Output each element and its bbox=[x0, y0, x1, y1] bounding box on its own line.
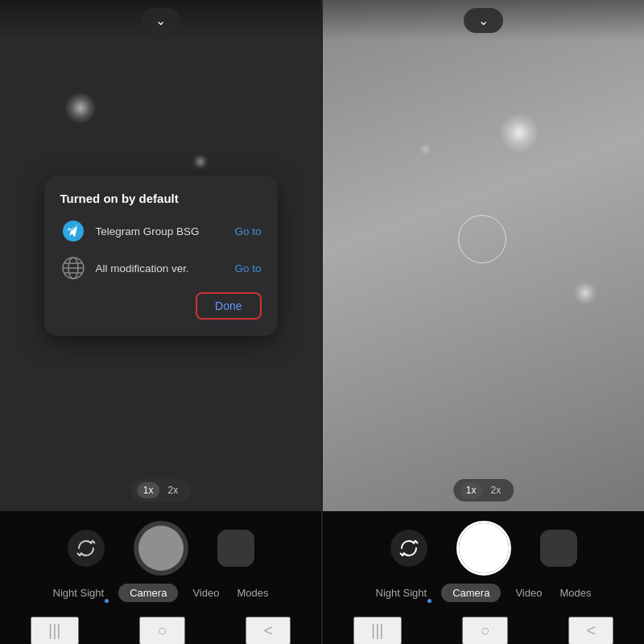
left-shutter-btn[interactable] bbox=[134, 521, 188, 576]
dialog-actions: Done bbox=[60, 292, 262, 320]
left-camera-controls: Night Sight Camera Video Modes ||| ○ < bbox=[0, 511, 321, 644]
right-zoom-controls: 1x 2x bbox=[453, 479, 514, 502]
left-tab-modes[interactable]: Modes bbox=[233, 585, 271, 601]
left-flip-btn[interactable] bbox=[68, 530, 105, 567]
done-button[interactable]: Done bbox=[196, 292, 261, 320]
left-gallery-btn[interactable] bbox=[217, 530, 254, 567]
right-light-blob-2 bbox=[573, 281, 597, 305]
right-nav-back-btn[interactable]: < bbox=[568, 617, 613, 644]
night-sight-dot bbox=[105, 599, 109, 603]
left-viewfinder: ⌄ Turned on by default Telegram Group BS bbox=[0, 0, 321, 511]
right-viewfinder: ⌄ 1x 2x bbox=[323, 0, 644, 511]
right-mode-tabs: Night Sight Camera Video Modes bbox=[373, 584, 595, 602]
left-shutter-inner bbox=[138, 526, 184, 571]
right-chevron-icon: ⌄ bbox=[478, 13, 489, 28]
modifications-goto-btn[interactable]: Go to bbox=[234, 262, 261, 275]
right-camera-controls: Night Sight Camera Video Modes ||| ○ < bbox=[323, 511, 644, 644]
left-mode-tabs: Night Sight Camera Video Modes bbox=[50, 584, 272, 602]
right-shutter-inner bbox=[459, 523, 509, 573]
left-tab-video[interactable]: Video bbox=[189, 585, 222, 601]
right-shutter-btn[interactable] bbox=[456, 521, 511, 576]
right-light-blob-3 bbox=[419, 143, 431, 155]
globe-icon bbox=[60, 255, 86, 281]
telegram-icon bbox=[60, 218, 86, 244]
right-chevron-btn[interactable]: ⌄ bbox=[464, 8, 503, 33]
modifications-label: All modification ver. bbox=[96, 262, 235, 275]
right-nav-home-btn[interactable]: ○ bbox=[462, 617, 507, 644]
right-tab-camera[interactable]: Camera bbox=[441, 584, 501, 602]
telegram-goto-btn[interactable]: Go to bbox=[234, 225, 261, 237]
left-panel: ⌄ Turned on by default Telegram Group BS bbox=[0, 0, 321, 644]
focus-circle bbox=[458, 215, 506, 263]
left-nav-back-btn[interactable]: < bbox=[246, 617, 291, 644]
dialog-title: Turned on by default bbox=[60, 192, 262, 205]
right-flip-icon bbox=[398, 538, 419, 559]
right-top-bar: ⌄ bbox=[323, 0, 644, 40]
telegram-label: Telegram Group BSG bbox=[96, 225, 235, 237]
right-panel: ⌄ 1x 2x bbox=[323, 0, 644, 644]
dialog-box: Turned on by default Telegram Group BSG … bbox=[44, 175, 278, 336]
right-night-sight-dot bbox=[427, 599, 431, 603]
right-tab-modes[interactable]: Modes bbox=[556, 585, 594, 601]
right-nav-bar: ||| ○ < bbox=[323, 610, 644, 644]
right-flip-btn[interactable] bbox=[390, 530, 427, 567]
left-tab-night-sight[interactable]: Night Sight bbox=[50, 585, 108, 601]
left-tab-camera[interactable]: Camera bbox=[118, 584, 178, 602]
left-nav-recent-btn[interactable]: ||| bbox=[31, 617, 79, 644]
right-shutter-row bbox=[390, 521, 577, 576]
right-zoom-1x-btn[interactable]: 1x bbox=[460, 482, 483, 498]
dialog-row-modifications: All modification ver. Go to bbox=[60, 255, 262, 281]
right-tab-video[interactable]: Video bbox=[512, 585, 545, 601]
left-shutter-row bbox=[68, 521, 254, 576]
right-zoom-2x-btn[interactable]: 2x bbox=[485, 482, 508, 498]
right-nav-recent-btn[interactable]: ||| bbox=[353, 617, 402, 644]
right-gallery-btn[interactable] bbox=[540, 530, 577, 567]
left-nav-home-btn[interactable]: ○ bbox=[139, 617, 184, 644]
right-light-blob-1 bbox=[499, 113, 539, 153]
right-tab-night-sight[interactable]: Night Sight bbox=[373, 585, 431, 601]
left-nav-bar: ||| ○ < bbox=[0, 610, 321, 644]
flip-icon bbox=[76, 538, 97, 559]
dialog-overlay: Turned on by default Telegram Group BSG … bbox=[0, 0, 321, 511]
dialog-row-telegram: Telegram Group BSG Go to bbox=[60, 218, 262, 244]
